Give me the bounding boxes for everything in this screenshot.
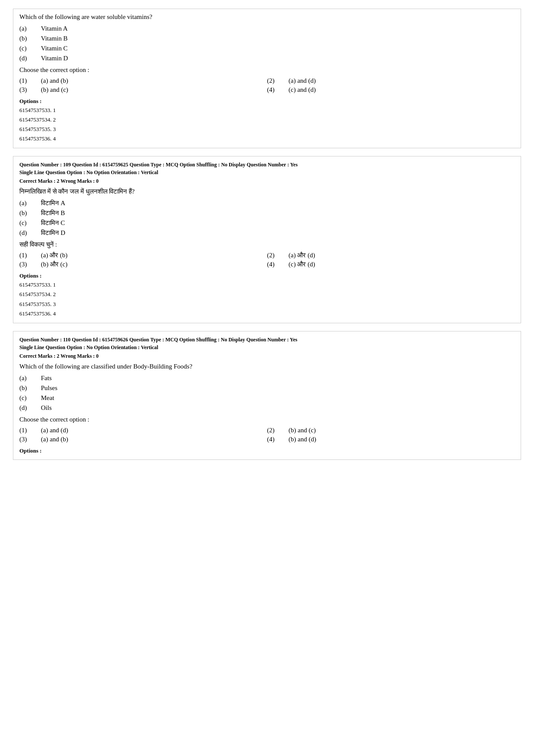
list-item: (c) Vitamin C (19, 45, 515, 52)
choose-val: (a) and (b) (41, 77, 68, 84)
choose-row: (3) (b) और (c) (19, 261, 267, 268)
list-item: (d) विटामिन D (19, 229, 515, 237)
list-item: (a) Vitamin A (19, 25, 515, 32)
option-code: 61547537536. 4 (19, 134, 515, 144)
choose-num: (1) (19, 252, 41, 259)
opt-label: (c) (19, 45, 41, 52)
choose-num: (1) (19, 77, 41, 84)
choose-options-110: (1) (a) and (d) (2) (b) and (c) (3) (a) … (19, 427, 515, 443)
opt-text: विटामिन C (41, 219, 65, 227)
options-list-110: (a) Fats (b) Pulses (c) Meat (d) Oils (19, 375, 515, 412)
list-item: (d) Vitamin D (19, 55, 515, 62)
opt-text: विटामिन D (41, 229, 65, 237)
opt-label: (a) (19, 25, 41, 32)
choose-val: (b) और (c) (41, 261, 68, 268)
choose-val: (c) और (d) (289, 261, 315, 268)
options-header-109: Options : (19, 272, 515, 279)
opt-text: Fats (41, 375, 52, 382)
opt-text: विटामिन A (41, 200, 65, 207)
opt-label: (b) (19, 35, 41, 42)
choose-val: (a) and (b) (41, 436, 68, 443)
question-text-108en: Which of the following are water soluble… (19, 13, 515, 21)
list-item: (d) Oils (19, 404, 515, 412)
choose-val: (b) and (c) (41, 86, 68, 94)
options-codes-109: 61547537533. 1 61547537534. 2 6154753753… (19, 280, 515, 318)
choose-num: (4) (267, 86, 289, 94)
choose-label-110: Choose the correct option : (19, 416, 515, 423)
options-codes-108en: 61547537533. 1 61547537534. 2 6154753753… (19, 106, 515, 144)
question-meta-109: Question Number : 109 Question Id : 6154… (19, 161, 515, 176)
options-header-110: Options : (19, 447, 515, 454)
choose-val: (a) और (d) (289, 252, 315, 259)
option-code: 61547537533. 1 (19, 280, 515, 290)
list-item: (a) Fats (19, 375, 515, 382)
choose-val: (c) and (d) (289, 86, 316, 94)
opt-label: (d) (19, 404, 41, 412)
correct-marks-109: Correct Marks : 2 Wrong Marks : 0 (19, 178, 515, 184)
question-block-108en: Which of the following are water soluble… (13, 9, 521, 148)
choose-num: (2) (267, 77, 289, 84)
choose-num: (4) (267, 261, 289, 268)
choose-label-108en: Choose the correct option : (19, 66, 515, 74)
list-item: (c) Meat (19, 394, 515, 402)
choose-row: (3) (a) and (b) (19, 436, 267, 443)
question-text-109: निम्नलिखित में से कौन जल में धुलनशील विट… (19, 188, 515, 195)
option-code: 61547537536. 4 (19, 309, 515, 319)
choose-val: (a) और (b) (41, 252, 68, 259)
choose-val: (b) and (d) (289, 436, 316, 443)
opt-label: (a) (19, 375, 41, 382)
choose-row: (2) (a) and (d) (267, 77, 515, 84)
list-item: (a) विटामिन A (19, 200, 515, 207)
list-item: (b) Vitamin B (19, 35, 515, 42)
question-block-109: Question Number : 109 Question Id : 6154… (13, 156, 521, 323)
choose-options-108en: (1) (a) and (b) (2) (a) and (d) (3) (b) … (19, 77, 515, 94)
opt-text: Meat (41, 394, 54, 402)
options-list-109: (a) विटामिन A (b) विटामिन B (c) विटामिन … (19, 200, 515, 237)
opt-label: (c) (19, 394, 41, 402)
list-item: (b) Pulses (19, 384, 515, 392)
list-item: (b) विटामिन B (19, 209, 515, 217)
opt-text: Vitamin C (41, 45, 68, 52)
choose-row: (1) (a) and (d) (19, 427, 267, 434)
option-code: 61547537533. 1 (19, 106, 515, 115)
choose-row: (2) (b) and (c) (267, 427, 515, 434)
opt-label: (b) (19, 209, 41, 217)
choose-val: (b) and (c) (289, 427, 316, 434)
opt-text: Pulses (41, 384, 57, 392)
choose-row: (3) (b) and (c) (19, 86, 267, 94)
opt-label: (c) (19, 219, 41, 227)
opt-label: (a) (19, 200, 41, 207)
choose-row: (4) (b) and (d) (267, 436, 515, 443)
opt-text: Vitamin B (41, 35, 68, 42)
choose-row: (2) (a) और (d) (267, 252, 515, 259)
choose-row: (1) (a) and (b) (19, 77, 267, 84)
opt-label: (b) (19, 384, 41, 392)
opt-label: (d) (19, 55, 41, 62)
options-list-108en: (a) Vitamin A (b) Vitamin B (c) Vitamin … (19, 25, 515, 62)
question-text-110: Which of the following are classified un… (19, 363, 515, 370)
question-meta-110: Question Number : 110 Question Id : 6154… (19, 336, 515, 351)
option-code: 61547537534. 2 (19, 115, 515, 125)
choose-num: (2) (267, 252, 289, 259)
option-code: 61547537535. 3 (19, 125, 515, 134)
option-code: 61547537534. 2 (19, 290, 515, 299)
opt-text: विटामिन B (41, 209, 65, 217)
opt-text: Vitamin D (41, 55, 68, 62)
choose-num: (4) (267, 436, 289, 443)
choose-num: (2) (267, 427, 289, 434)
option-code: 61547537535. 3 (19, 300, 515, 309)
choose-num: (3) (19, 261, 41, 268)
correct-marks-110: Correct Marks : 2 Wrong Marks : 0 (19, 353, 515, 359)
choose-num: (1) (19, 427, 41, 434)
options-header-108en: Options : (19, 98, 515, 105)
choose-num: (3) (19, 436, 41, 443)
choose-val: (a) and (d) (289, 77, 316, 84)
list-item: (c) विटामिन C (19, 219, 515, 227)
choose-row: (1) (a) और (b) (19, 252, 267, 259)
choose-row: (4) (c) and (d) (267, 86, 515, 94)
choose-val: (a) and (d) (41, 427, 68, 434)
opt-text: Vitamin A (41, 25, 68, 32)
opt-text: Oils (41, 404, 52, 412)
choose-num: (3) (19, 86, 41, 94)
question-block-110: Question Number : 110 Question Id : 6154… (13, 331, 521, 460)
